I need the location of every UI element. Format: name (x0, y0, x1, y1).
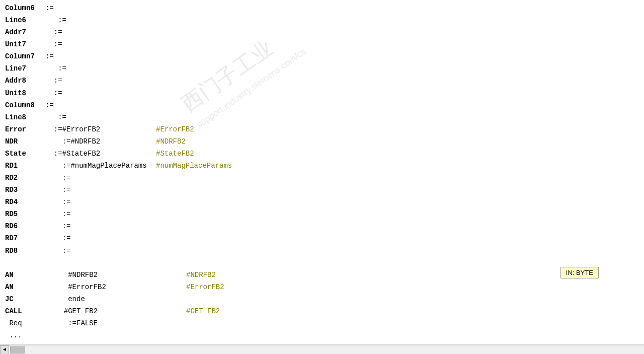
code-line-jc: JC ende (0, 293, 644, 305)
code-line-line8: Line8 := (0, 111, 644, 123)
scroll-thumb[interactable] (10, 346, 25, 353)
code-editor: 西门子工业 support.industry.siemens.com/cs Co… (0, 0, 644, 342)
code-line-column8: Column8 := (0, 99, 644, 111)
code-line-line6: Line6 := (0, 14, 644, 26)
code-line-rd6: RD6 := (0, 220, 644, 232)
code-line-rd5: RD5 := (0, 208, 644, 220)
scroll-left-button[interactable]: ◄ (0, 345, 9, 355)
code-line-unit7: Unit7 := (0, 38, 644, 50)
code-line-addr8: Addr8 := (0, 75, 644, 87)
code-line-rd7: RD7 := (0, 232, 644, 244)
code-line-error: Error :=#ErrorFB2 #ErrorFB2 (0, 123, 644, 135)
code-line-an2: AN #ErrorFB2 #ErrorFB2 (0, 281, 644, 293)
code-line-call: CALL #GET_FB2 #GET_FB2 (0, 305, 644, 317)
code-line-rd8: RD8 := (0, 245, 644, 257)
code-line-rd2: RD2 := (0, 172, 644, 184)
tooltip-in-byte: IN: BYTE (560, 267, 599, 278)
code-line-dotdot: ... (0, 329, 644, 341)
code-line-unit8: Unit8 := (0, 87, 644, 99)
code-line-column7: Column7 := (0, 50, 644, 62)
code-line-addr7: Addr7 := (0, 26, 644, 38)
code-line-blank (0, 257, 644, 269)
code-line-ndr: NDR :=#NDRFB2 #NDRFB2 (0, 135, 644, 148)
code-line-req: Req :=FALSE (0, 317, 644, 329)
code-line-an1: AN #NDRFB2 #NDRFB2 (0, 269, 644, 281)
code-line-line7: Line7 := (0, 62, 644, 75)
code-line-rd4: RD4 := (0, 196, 644, 208)
code-line-rd1: RD1 :=#numMagPlaceParams #numMagPlacePar… (0, 160, 644, 172)
code-line-state: State :=#StateFB2 #StateFB2 (0, 148, 644, 160)
code-line-rd3: RD3 := (0, 184, 644, 196)
scrollbar-bottom[interactable]: ◄ (0, 345, 644, 354)
code-line-column6: Column6 := (0, 2, 644, 14)
